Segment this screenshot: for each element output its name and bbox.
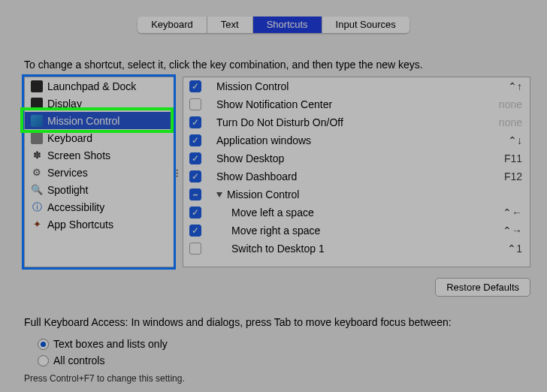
sidebar-item-label: Launchpad & Dock <box>47 80 136 92</box>
radio-label: Text boxes and lists only <box>53 338 168 350</box>
launchpad-icon <box>31 80 43 92</box>
checkbox[interactable] <box>189 80 201 92</box>
sidebar-item-spotlight[interactable]: 🔍 Spotlight <box>25 181 174 198</box>
shortcut-label: Show Notification Center <box>216 98 499 110</box>
checkbox[interactable] <box>189 98 201 110</box>
radio-all-controls[interactable]: All controls <box>38 352 168 369</box>
tab-shortcuts[interactable]: Shortcuts <box>253 17 322 33</box>
shortcut-group-label: Mission Control <box>227 188 522 201</box>
shortcut-label: Show Dashboard <box>216 170 504 182</box>
radio-dot-icon <box>38 355 49 366</box>
checkbox[interactable] <box>189 207 201 219</box>
sidebar-item-app-shortcuts[interactable]: ✦ App Shortcuts <box>25 216 174 233</box>
shortcut-label: Move right a space <box>216 225 503 237</box>
radio-text-boxes[interactable]: Text boxes and lists only <box>38 336 168 352</box>
radio-label: All controls <box>53 354 104 366</box>
shortcut-label: Show Desktop <box>216 152 504 164</box>
sidebar-item-launchpad[interactable]: Launchpad & Dock <box>25 77 174 95</box>
shortcut-keys[interactable]: ⌃← <box>503 207 522 219</box>
shortcut-label: Turn Do Not Disturb On/Off <box>216 116 499 128</box>
sidebar-item-label: Mission Control <box>47 115 119 127</box>
sidebar-item-display[interactable]: Display <box>25 95 174 112</box>
shortcut-row[interactable]: Show Dashboard F12 <box>183 167 530 185</box>
sidebar-item-label: Spotlight <box>47 184 88 196</box>
shortcut-keys[interactable]: F12 <box>504 170 522 182</box>
shortcut-row[interactable]: Switch to Desktop 1 ⌃1 <box>183 240 530 258</box>
sidebar-item-label: Services <box>47 167 88 179</box>
shortcut-keys[interactable]: ⌃↓ <box>508 134 522 146</box>
shortcut-row[interactable]: Show Notification Center none <box>183 95 530 113</box>
shortcut-row[interactable]: Mission Control ⌃↑ <box>183 77 530 95</box>
segmented-control: Keyboard Text Shortcuts Input Sources <box>138 17 409 33</box>
sidebar-item-accessibility[interactable]: ⓘ Accessibility <box>25 198 174 216</box>
shortcut-keys[interactable]: ⌃1 <box>507 243 522 255</box>
shortcut-keys[interactable]: ⌃→ <box>503 225 522 237</box>
shortcut-row[interactable]: Move right a space ⌃→ <box>183 222 530 240</box>
category-sidebar[interactable]: Launchpad & Dock Display Mission Control… <box>24 77 174 267</box>
shortcut-row[interactable]: Move left a space ⌃← <box>183 204 530 222</box>
shortcut-keys[interactable]: none <box>499 116 522 128</box>
sidebar-item-label: Keyboard <box>47 132 92 144</box>
full-keyboard-access-text: Full Keyboard Access: In windows and dia… <box>24 316 452 328</box>
camera-icon: ✽ <box>31 149 43 161</box>
shortcut-label: Switch to Desktop 1 <box>216 243 507 255</box>
shortcut-label: Move left a space <box>216 207 503 219</box>
pane-resize-handle[interactable]: ••• <box>176 169 182 178</box>
gear-icon: ⚙ <box>31 167 43 179</box>
sidebar-item-label: Screen Shots <box>47 149 110 161</box>
checkbox[interactable] <box>189 116 201 128</box>
tab-input-sources[interactable]: Input Sources <box>322 17 409 33</box>
shortcut-row[interactable]: Turn Do Not Disturb On/Off none <box>183 113 530 131</box>
mission-control-icon <box>31 115 43 127</box>
footnote-text: Press Control+F7 to change this setting. <box>24 373 185 384</box>
disclosure-triangle-icon[interactable] <box>216 192 222 198</box>
sidebar-item-keyboard[interactable]: Keyboard <box>25 129 174 146</box>
restore-defaults-button[interactable]: Restore Defaults <box>435 278 530 297</box>
sidebar-item-label: Display <box>47 98 82 110</box>
sidebar-item-services[interactable]: ⚙ Services <box>25 164 174 181</box>
display-icon <box>31 98 43 110</box>
shortcut-row[interactable]: Application windows ⌃↓ <box>183 131 530 149</box>
shortcut-row[interactable]: Show Desktop F11 <box>183 149 530 167</box>
keyboard-icon <box>31 132 43 144</box>
sidebar-item-label: Accessibility <box>47 201 104 213</box>
sidebar-item-mission-control[interactable]: Mission Control <box>25 112 174 129</box>
checkbox[interactable] <box>189 170 201 182</box>
shortcut-keys[interactable]: none <box>499 98 522 110</box>
restore-defaults-container: Restore Defaults <box>435 278 530 297</box>
radio-dot-icon <box>38 339 49 350</box>
search-icon: 🔍 <box>31 184 43 196</box>
shortcut-group-row[interactable]: Mission Control <box>183 185 530 204</box>
accessibility-icon: ⓘ <box>31 201 43 213</box>
app-shortcuts-icon: ✦ <box>31 219 43 231</box>
keyboard-access-radio-group: Text boxes and lists only All controls <box>38 336 168 369</box>
checkbox[interactable] <box>189 152 201 164</box>
shortcut-keys[interactable]: F11 <box>504 152 522 164</box>
checkbox-mixed[interactable] <box>189 188 201 201</box>
checkbox[interactable] <box>189 225 201 237</box>
preference-tabs: Keyboard Text Shortcuts Input Sources <box>0 17 547 33</box>
instruction-text: To change a shortcut, select it, click t… <box>24 59 423 71</box>
shortcut-label: Application windows <box>216 134 508 146</box>
checkbox[interactable] <box>189 134 201 146</box>
shortcuts-list[interactable]: Mission Control ⌃↑ Show Notification Cen… <box>183 77 530 267</box>
sidebar-item-screenshots[interactable]: ✽ Screen Shots <box>25 146 174 164</box>
tab-text[interactable]: Text <box>207 17 253 33</box>
checkbox[interactable] <box>189 243 201 255</box>
shortcut-label: Mission Control <box>216 80 508 92</box>
shortcut-keys[interactable]: ⌃↑ <box>508 80 522 92</box>
tab-keyboard[interactable]: Keyboard <box>138 17 207 33</box>
sidebar-item-label: App Shortcuts <box>47 219 113 231</box>
